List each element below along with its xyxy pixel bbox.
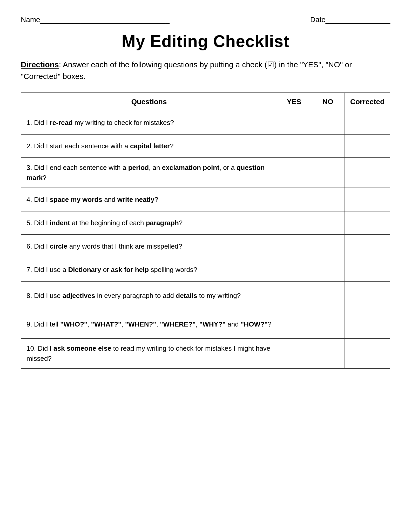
yes-cell-9[interactable] (277, 310, 311, 338)
header-corrected: Corrected (345, 93, 390, 111)
table-row: 5. Did I indent at the beginning of each… (21, 211, 390, 235)
question-cell-2: 2. Did I start each sentence with a capi… (21, 134, 277, 158)
date-field: Date________________ (310, 16, 390, 24)
name-field: Name________________________________ (21, 16, 170, 24)
header-no: NO (311, 93, 345, 111)
no-cell-9[interactable] (311, 310, 345, 338)
table-row: 7. Did I use a Dictionary or ask for hel… (21, 258, 390, 281)
no-cell-7[interactable] (311, 258, 345, 281)
table-row: 9. Did I tell "WHO?", "WHAT?", "WHEN?", … (21, 310, 390, 338)
no-cell-1[interactable] (311, 111, 345, 134)
question-content: Did I tell "WHO?", "WHAT?", "WHEN?", "WH… (34, 320, 272, 328)
question-number: 1. (26, 119, 34, 127)
name-underline: ________________________________ (40, 16, 170, 24)
corrected-cell-5[interactable] (345, 211, 390, 235)
table-row: 2. Did I start each sentence with a capi… (21, 134, 390, 158)
yes-cell-7[interactable] (277, 258, 311, 281)
yes-cell-8[interactable] (277, 281, 311, 310)
no-cell-10[interactable] (311, 338, 345, 369)
corrected-cell-8[interactable] (345, 281, 390, 310)
yes-cell-1[interactable] (277, 111, 311, 134)
corrected-cell-6[interactable] (345, 235, 390, 258)
table-header-row: Questions YES NO Corrected (21, 93, 390, 111)
question-content: Did I ask someone else to read my writin… (26, 344, 270, 362)
table-row: 3. Did I end each sentence with a period… (21, 158, 390, 188)
corrected-cell-1[interactable] (345, 111, 390, 134)
corrected-cell-10[interactable] (345, 338, 390, 369)
no-cell-2[interactable] (311, 134, 345, 158)
no-cell-6[interactable] (311, 235, 345, 258)
question-cell-10: 10. Did I ask someone else to read my wr… (21, 338, 277, 369)
question-number: 9. (26, 320, 34, 328)
yes-cell-4[interactable] (277, 188, 311, 211)
question-number: 3. (26, 164, 34, 171)
corrected-cell-9[interactable] (345, 310, 390, 338)
question-number: 6. (26, 242, 34, 250)
question-cell-1: 1. Did I re-read my writing to check for… (21, 111, 277, 134)
directions-text: : Answer each of the following questions… (21, 60, 352, 81)
no-cell-3[interactable] (311, 158, 345, 188)
corrected-cell-7[interactable] (345, 258, 390, 281)
question-number: 10. (26, 344, 38, 352)
date-underline: ________________ (326, 16, 390, 24)
question-cell-6: 6. Did I circle any words that I think a… (21, 235, 277, 258)
checklist-table: Questions YES NO Corrected 1. Did I re-r… (21, 92, 390, 369)
name-label: Name (21, 16, 40, 24)
yes-cell-3[interactable] (277, 158, 311, 188)
yes-cell-10[interactable] (277, 338, 311, 369)
no-cell-4[interactable] (311, 188, 345, 211)
no-cell-8[interactable] (311, 281, 345, 310)
question-number: 4. (26, 196, 34, 203)
header-questions: Questions (21, 93, 277, 111)
yes-cell-5[interactable] (277, 211, 311, 235)
question-content: Did I re-read my writing to check for mi… (34, 119, 174, 127)
header-yes: YES (277, 93, 311, 111)
question-cell-9: 9. Did I tell "WHO?", "WHAT?", "WHEN?", … (21, 310, 277, 338)
question-content: Did I circle any words that I think are … (34, 242, 182, 250)
table-row: 6. Did I circle any words that I think a… (21, 235, 390, 258)
table-row: 1. Did I re-read my writing to check for… (21, 111, 390, 134)
no-cell-5[interactable] (311, 211, 345, 235)
header-row: Name________________________________ Dat… (21, 16, 390, 24)
question-cell-5: 5. Did I indent at the beginning of each… (21, 211, 277, 235)
question-content: Did I use a Dictionary or ask for help s… (34, 266, 197, 274)
question-content: Did I end each sentence with a period, a… (26, 164, 265, 182)
page-title: My Editing Checklist (21, 32, 390, 51)
question-number: 7. (26, 266, 34, 274)
directions-label: Directions (21, 60, 59, 69)
date-label: Date (310, 16, 326, 24)
question-number: 8. (26, 292, 34, 300)
question-content: Did I space my words and write neatly? (34, 196, 158, 203)
corrected-cell-2[interactable] (345, 134, 390, 158)
question-cell-3: 3. Did I end each sentence with a period… (21, 158, 277, 188)
table-row: 4. Did I space my words and write neatly… (21, 188, 390, 211)
corrected-cell-4[interactable] (345, 188, 390, 211)
question-number: 2. (26, 142, 34, 150)
yes-cell-6[interactable] (277, 235, 311, 258)
question-content: Did I use adjectives in every paragraph … (34, 292, 241, 300)
table-row: 10. Did I ask someone else to read my wr… (21, 338, 390, 369)
corrected-cell-3[interactable] (345, 158, 390, 188)
question-cell-4: 4. Did I space my words and write neatly… (21, 188, 277, 211)
question-content: Did I indent at the beginning of each pa… (34, 219, 183, 227)
yes-cell-2[interactable] (277, 134, 311, 158)
question-cell-7: 7. Did I use a Dictionary or ask for hel… (21, 258, 277, 281)
table-row: 8. Did I use adjectives in every paragra… (21, 281, 390, 310)
question-content: Did I start each sentence with a capital… (34, 142, 174, 150)
directions: Directions: Answer each of the following… (21, 59, 390, 82)
question-cell-8: 8. Did I use adjectives in every paragra… (21, 281, 277, 310)
question-number: 5. (26, 219, 34, 227)
